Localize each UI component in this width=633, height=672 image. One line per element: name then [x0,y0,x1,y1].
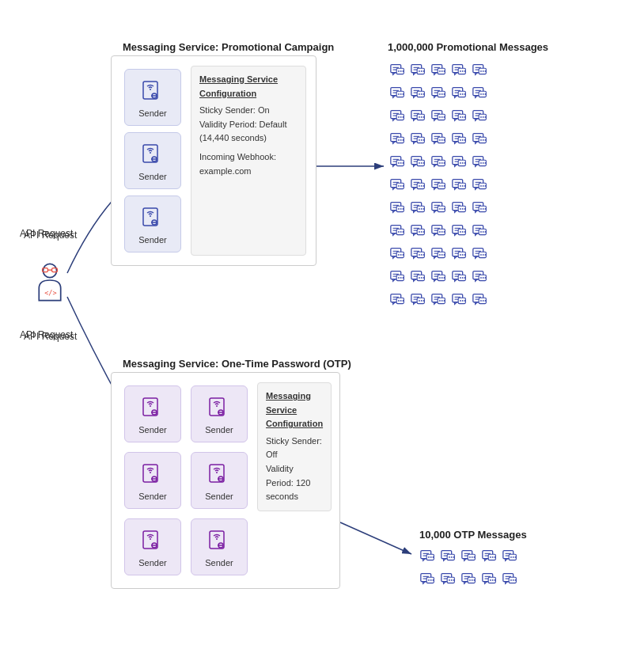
svg-point-436 [433,556,434,558]
svg-point-267 [421,208,423,210]
svg-point-149 [485,116,487,118]
svg-point-99 [442,93,443,95]
svg-point-205 [444,162,445,164]
otp-msg-icon [440,548,457,568]
svg-point-85 [400,93,402,95]
promo-msg-icon [389,222,407,243]
promo-msg-icon [430,108,448,128]
svg-point-294 [398,231,400,233]
svg-point-4 [43,264,56,277]
svg-point-296 [403,231,404,233]
svg-point-308 [439,231,441,233]
svg-point-338 [423,254,425,256]
promo-msg-icon [430,85,448,105]
svg-point-134 [442,116,443,118]
otp-sender-1: Sender [124,385,181,442]
svg-point-162 [421,139,423,141]
promo-sender-2-label: Sender [138,172,166,181]
svg-point-44 [216,538,218,540]
promo-msg-icon [430,177,448,197]
svg-point-281 [462,208,464,210]
svg-point-12 [150,89,151,90]
svg-point-126 [419,116,420,118]
svg-point-287 [480,208,482,210]
svg-point-190 [400,162,402,164]
svg-point-32 [150,472,151,473]
svg-point-56 [419,70,420,72]
promo-msg-icon [472,131,489,151]
svg-point-198 [423,162,425,164]
svg-point-457 [495,556,496,558]
promo-msg-icon [389,177,407,197]
svg-point-148 [483,116,484,118]
svg-point-36 [216,472,218,473]
svg-point-485 [474,579,476,581]
otp-config-heading: Messaging Service Configuration [266,389,323,431]
svg-point-168 [439,139,441,141]
promo-msg-icon [430,131,448,151]
svg-point-469 [428,579,430,581]
svg-point-65 [444,70,445,72]
promo-validity-period: Validity Period: Default (14,440 seconds… [199,118,298,146]
otp-msg-icon [461,548,478,568]
svg-point-443 [453,556,455,558]
svg-point-421 [462,300,464,302]
svg-point-365 [400,277,402,279]
svg-point-98 [439,93,441,95]
promo-msg-icon [472,291,489,312]
promo-msg-icon [472,85,489,105]
svg-point-259 [398,208,400,210]
promo-msg-icon [410,131,427,151]
svg-point-254 [485,185,487,187]
promo-msg-icon [389,62,407,82]
svg-point-499 [515,579,517,581]
svg-point-343 [439,254,441,256]
promo-msg-icon [430,199,448,220]
promo-msg-icon [451,199,468,220]
svg-point-114 [485,93,487,95]
svg-point-245 [460,185,461,187]
svg-point-196 [419,162,420,164]
otp-msg-icon [481,548,498,568]
svg-point-400 [400,300,402,302]
promo-msg-icon [451,291,468,312]
svg-point-105 [460,93,461,95]
promo-msg-icon [389,268,407,289]
svg-point-408 [423,300,425,302]
svg-point-120 [400,116,402,118]
svg-point-231 [419,185,420,187]
svg-point-169 [442,139,443,141]
svg-point-344 [442,254,443,256]
promo-msg-icon [451,177,468,197]
svg-point-156 [403,139,404,141]
svg-point-40 [150,538,151,540]
svg-point-490 [490,579,491,581]
promo-sender-3: Sender [124,196,181,252]
svg-point-372 [421,277,423,279]
svg-point-246 [462,185,464,187]
svg-point-415 [444,300,445,302]
svg-point-28 [216,405,218,407]
svg-point-435 [430,556,432,558]
svg-point-100 [444,93,445,95]
promo-msg-icon [430,154,448,174]
svg-point-51 [403,70,404,72]
svg-point-420 [460,300,461,302]
otp-messages-label: 10,000 OTP Messages [419,529,527,541]
svg-point-147 [480,116,482,118]
svg-point-182 [480,139,482,141]
svg-point-50 [400,70,402,72]
promo-msg-icon [410,222,427,243]
promo-sender-1-label: Sender [138,108,166,118]
svg-point-464 [515,556,517,558]
svg-point-366 [403,277,404,279]
svg-point-217 [480,162,482,164]
svg-point-379 [442,277,443,279]
svg-point-463 [513,556,514,558]
otp-msg-icon [461,571,478,591]
svg-point-289 [485,208,487,210]
svg-point-352 [464,254,466,256]
otp-messages-area [419,548,519,594]
svg-point-127 [421,116,423,118]
svg-point-113 [483,93,484,95]
